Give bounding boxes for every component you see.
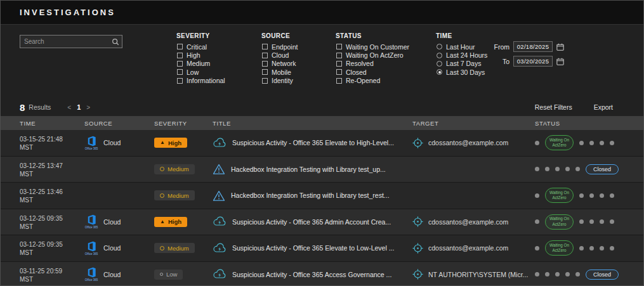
filter-option-high[interactable]: High	[176, 51, 225, 59]
filter-option-last-7-days[interactable]: Last 7 Days	[436, 60, 487, 68]
investigation-title[interactable]: Hackedbox Integration Testing with Libra…	[231, 166, 386, 173]
calendar-icon[interactable]	[556, 58, 564, 65]
prev-page-button[interactable]: <	[67, 104, 71, 111]
investigation-title[interactable]: Hackedbox Integration Testing with Libra…	[231, 192, 390, 199]
status-badge-line: ActZero	[549, 222, 569, 228]
checkbox-medium[interactable]	[177, 61, 183, 67]
status-badge[interactable]: Waiting OnActZero	[545, 188, 574, 203]
status-badge-line: Closed	[593, 271, 611, 278]
date-to-label: To	[490, 58, 509, 65]
severity-circle-icon	[160, 193, 164, 198]
checkbox-high[interactable]	[177, 53, 183, 58]
filter-option-label: Endpoint	[272, 43, 298, 51]
filter-option-re-opened[interactable]: Re-Opened	[336, 77, 409, 85]
row-timezone: MST	[20, 249, 79, 257]
investigation-title[interactable]: Suspicious Activity - Office 365 Access …	[232, 271, 391, 278]
filter-option-closed[interactable]: Closed	[336, 68, 409, 76]
cloud-lightning-icon	[213, 138, 227, 148]
filter-option-low[interactable]: Low	[176, 68, 225, 76]
filter-group-status: STATUS Waiting On CustomerWaiting On Act…	[336, 32, 409, 85]
table-row[interactable]: 03-12-25 09:35MSTOffice 365CloudMediumSu…	[1, 235, 643, 262]
filter-option-network[interactable]: Network	[261, 60, 298, 68]
filter-option-label: Closed	[346, 68, 367, 76]
checkbox-critical[interactable]	[177, 44, 183, 49]
target-cell: cdossantos@example.com	[412, 216, 535, 227]
checkbox-re-opened[interactable]	[336, 78, 342, 84]
severity-cell: ▲High	[154, 138, 213, 148]
alert-triangle-icon	[213, 190, 225, 201]
filter-option-cloud[interactable]: Cloud	[261, 51, 298, 59]
filter-group-source: SOURCE EndpointCloudNetworkMobileIdentit…	[261, 32, 298, 85]
investigations-app: INVESTIGATIONS SEVERITY CriticalHighMedi…	[0, 0, 644, 286]
checkbox-waiting-on-actzero[interactable]	[336, 53, 342, 58]
table-row[interactable]: 03-12-25 13:47MSTMediumHackedbox Integra…	[1, 157, 643, 183]
filter-option-waiting-on-actzero[interactable]: Waiting On ActZero	[336, 51, 409, 59]
checkbox-endpoint[interactable]	[262, 44, 268, 49]
checkbox-cloud[interactable]	[262, 53, 268, 58]
table-row[interactable]: 03-12-25 13:46MSTMediumHackedbox Integra…	[1, 183, 643, 209]
next-page-button[interactable]: >	[86, 104, 90, 111]
investigation-title[interactable]: Suspicious Activity - Office 365 Elevate…	[232, 244, 394, 252]
date-from-input[interactable]: 02/18/2025	[513, 41, 553, 52]
status-dot	[555, 167, 560, 171]
radio-last-hour[interactable]	[437, 44, 442, 49]
filter-option-critical[interactable]: Critical	[176, 42, 225, 51]
filter-option-label: Last Hour	[446, 43, 475, 51]
source-icon-caption: Office 365	[85, 252, 98, 256]
time-cell: 03-12-25 09:35MST	[20, 213, 84, 231]
filter-option-resolved[interactable]: Resolved	[336, 60, 409, 68]
filter-option-last-hour[interactable]: Last Hour	[436, 42, 487, 51]
status-badge[interactable]: Closed	[586, 270, 619, 280]
filter-option-mobile[interactable]: Mobile	[261, 68, 298, 76]
source-label: Cloud	[103, 218, 121, 226]
status-dot	[545, 272, 549, 276]
radio-last-30-days[interactable]	[437, 69, 442, 75]
time-cell: 03-12-25 13:46MST	[20, 186, 84, 204]
filter-option-last-24-hours[interactable]: Last 24 Hours	[436, 51, 487, 59]
filter-bar: SEVERITY CriticalHighMediumLowInformatio…	[1, 25, 643, 95]
status-badge[interactable]: Waiting OnActZero	[545, 214, 574, 230]
checkbox-resolved[interactable]	[336, 61, 342, 67]
status-badge-line: ActZero	[549, 143, 569, 148]
checkbox-informational[interactable]	[177, 78, 183, 84]
search-icon[interactable]	[112, 38, 119, 46]
export-button[interactable]: Export	[594, 103, 613, 111]
radio-last-7-days[interactable]	[437, 61, 442, 67]
checkbox-mobile[interactable]	[262, 69, 268, 75]
reset-filters-button[interactable]: Reset Filters	[535, 103, 572, 111]
status-dot	[535, 246, 539, 250]
table-row[interactable]: 03-11-25 20:59MSTOffice 365CloudLowSuspi…	[1, 262, 643, 286]
row-time: 03-12-25 09:35	[20, 214, 79, 223]
date-to-input[interactable]: 03/20/2025	[513, 56, 553, 67]
filter-option-informational[interactable]: Informational	[176, 77, 225, 85]
table-row[interactable]: 03-15-25 21:48MSTOffice 365Cloud▲HighSus…	[1, 130, 643, 157]
checkbox-closed[interactable]	[336, 69, 342, 75]
filter-option-endpoint[interactable]: Endpoint	[261, 42, 298, 51]
investigation-title[interactable]: Suspicious Activity - Office 365 Elevate…	[232, 139, 394, 146]
status-badge[interactable]: Waiting OnActZero	[545, 135, 574, 150]
filter-option-medium[interactable]: Medium	[176, 60, 225, 68]
table-row[interactable]: 03-12-25 09:35MSTOffice 365Cloud▲HighSus…	[1, 209, 643, 236]
status-badge[interactable]: Waiting OnActZero	[545, 240, 574, 256]
radio-last-24-hours[interactable]	[437, 53, 442, 58]
status-dot	[565, 167, 570, 171]
checkbox-waiting-on-customer[interactable]	[336, 44, 342, 49]
target-label: NT AUTHORITY\SYSTEM (Micr...	[428, 271, 528, 278]
checkbox-low[interactable]	[177, 69, 183, 75]
investigation-title[interactable]: Suspicious Activity - Office 365 Admin A…	[232, 218, 391, 226]
calendar-icon[interactable]	[556, 43, 564, 51]
filter-option-waiting-on-customer[interactable]: Waiting On Customer	[336, 42, 409, 51]
checkbox-network[interactable]	[262, 61, 268, 67]
search-input[interactable]	[20, 38, 112, 45]
filter-option-identity[interactable]: Identity	[261, 77, 298, 85]
filter-option-last-30-days[interactable]: Last 30 Days	[436, 68, 487, 76]
status-dot	[610, 141, 614, 145]
status-dot	[610, 193, 614, 198]
checkbox-identity[interactable]	[262, 78, 268, 84]
filter-group-severity: SEVERITY CriticalHighMediumLowInformatio…	[176, 32, 225, 85]
search-box	[20, 35, 122, 48]
current-page[interactable]: 1	[77, 103, 81, 111]
severity-label: High	[168, 218, 181, 225]
status-badge[interactable]: Closed	[586, 164, 619, 174]
status-dot	[535, 141, 539, 145]
